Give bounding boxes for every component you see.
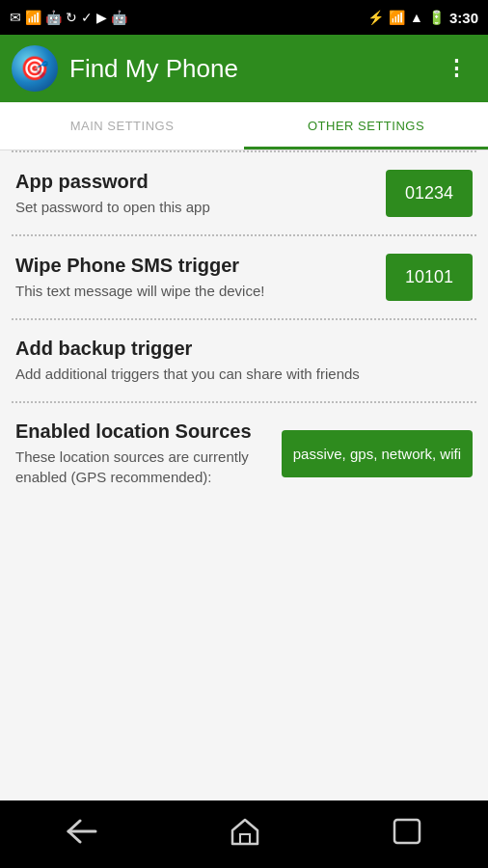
wipe-trigger-desc: This text message will wipe the device!	[15, 281, 374, 301]
app-password-title: App password	[15, 171, 374, 193]
app-logo	[12, 45, 58, 92]
app-bar: Find My Phone ⋮	[0, 35, 488, 102]
battery-icon: 🔋	[428, 10, 445, 25]
add-backup-title: Add backup trigger	[15, 338, 461, 360]
tab-main-settings-label: MAIN SETTINGS	[70, 119, 175, 133]
bluetooth-icon: ⚡	[367, 10, 384, 25]
wipe-trigger-title: Wipe Phone SMS trigger	[15, 255, 374, 277]
location-sources-item[interactable]: Enabled location Sources These location …	[0, 403, 488, 504]
recents-button[interactable]	[373, 810, 441, 859]
wipe-trigger-item[interactable]: Wipe Phone SMS trigger This text message…	[0, 236, 488, 318]
location-sources-title: Enabled location Sources	[15, 420, 270, 443]
tab-other-settings-label: OTHER SETTINGS	[308, 119, 424, 133]
add-backup-item[interactable]: Add backup trigger Add additional trigge…	[0, 320, 488, 401]
add-backup-text: Add backup trigger Add additional trigge…	[15, 338, 461, 384]
signal-icon: ▲	[410, 10, 423, 25]
app-password-text: App password Set password to open this a…	[15, 171, 374, 217]
gmail-icon: ✉	[10, 10, 21, 25]
location-sources-text: Enabled location Sources These location …	[15, 420, 270, 487]
app-password-desc: Set password to open this app	[15, 197, 374, 217]
status-icons-left: ✉ 📶 🤖 ↻ ✓ ▶ 🤖	[10, 10, 127, 25]
svg-rect-3	[394, 820, 420, 843]
wipe-trigger-text: Wipe Phone SMS trigger This text message…	[15, 255, 374, 301]
sim-icon: 📶	[25, 10, 41, 25]
location-sources-desc: These location sources are currently ena…	[15, 447, 270, 487]
app-title: Find My Phone	[69, 54, 438, 84]
task-icon: ✓	[81, 10, 93, 25]
status-bar: ✉ 📶 🤖 ↻ ✓ ▶ 🤖 ⚡ 📶 ▲ 🔋 3:30	[0, 0, 488, 35]
android-icon: 🤖	[45, 10, 62, 25]
video-icon: ▶	[96, 10, 107, 25]
tab-other-settings[interactable]: OTHER SETTINGS	[244, 102, 488, 149]
tab-bar: MAIN SETTINGS OTHER SETTINGS	[0, 102, 488, 150]
svg-rect-2	[240, 834, 250, 844]
sync-icon: ↻	[66, 10, 77, 25]
location-sources-value[interactable]: passive, gps, network, wifi	[282, 430, 473, 477]
android2-icon: 🤖	[111, 10, 127, 25]
add-backup-desc: Add additional triggers that you can sha…	[15, 364, 461, 384]
wifi-icon: 📶	[389, 10, 405, 25]
tab-main-settings[interactable]: MAIN SETTINGS	[0, 102, 244, 149]
wipe-trigger-value[interactable]: 10101	[386, 254, 473, 301]
home-button[interactable]	[211, 809, 279, 860]
app-password-value[interactable]: 01234	[386, 170, 473, 217]
bottom-navigation	[0, 800, 488, 868]
overflow-menu-button[interactable]: ⋮	[438, 48, 476, 89]
clock: 3:30	[449, 10, 478, 26]
content-area: App password Set password to open this a…	[0, 150, 488, 800]
status-icons-right: ⚡ 📶 ▲ 🔋 3:30	[367, 10, 478, 26]
svg-marker-1	[232, 820, 258, 844]
app-password-item[interactable]: App password Set password to open this a…	[0, 152, 488, 234]
back-button[interactable]	[47, 811, 117, 858]
